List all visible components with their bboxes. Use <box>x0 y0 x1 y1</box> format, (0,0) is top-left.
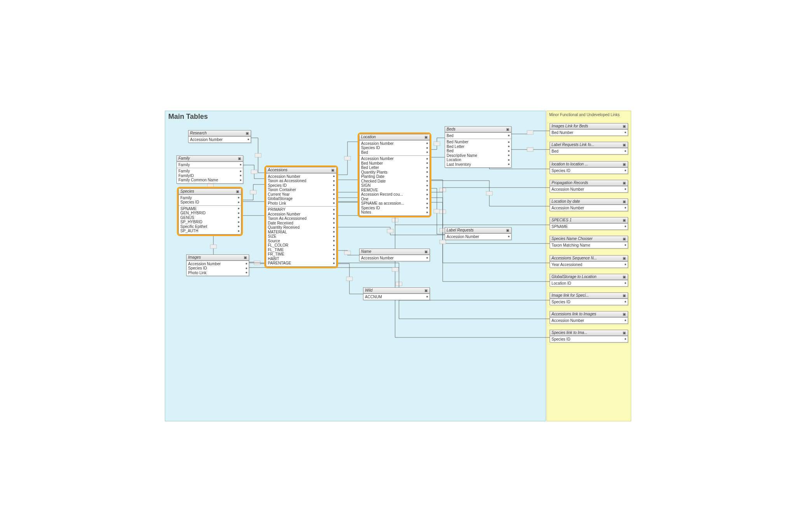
diagram-stage[interactable]: Main Tables Minor Functional and Undevel… <box>165 111 631 421</box>
field-row[interactable]: Descriptive Name <box>445 153 511 158</box>
table-box-species_1[interactable]: SPECIES 1▣SPNAME <box>550 217 628 230</box>
field-row[interactable]: Species ID <box>360 146 429 150</box>
table-box-propagation_records[interactable]: Propagation Records▣Accession Number <box>550 180 628 193</box>
field-row[interactable]: Family Common Name <box>177 178 243 183</box>
collapse-icon[interactable]: ▣ <box>236 190 239 193</box>
field-row[interactable]: Accession Number <box>189 137 251 142</box>
field-row[interactable]: REMOVE <box>360 188 429 193</box>
collapse-icon[interactable]: ▣ <box>623 162 626 166</box>
field-row[interactable]: Quantity Received <box>266 225 336 230</box>
table-box-images[interactable]: Images▣Accession NumberSpecies IDPhoto L… <box>186 254 249 276</box>
table-box-beds[interactable]: Beds▣BedBed NumberBed LetterBedDescripti… <box>445 126 511 168</box>
field-row[interactable]: FL_COLOR <box>266 243 336 248</box>
field-row[interactable]: Current Year <box>266 192 336 197</box>
collapse-icon[interactable]: ▣ <box>623 275 626 279</box>
table-titlebar[interactable]: GlobalStorage to Location▣ <box>550 274 628 280</box>
field-row[interactable]: Bed Letter <box>360 165 429 170</box>
field-row[interactable]: Species ID <box>187 266 249 271</box>
table-titlebar[interactable]: Research▣ <box>189 130 251 136</box>
field-row[interactable]: Bed Letter <box>445 144 511 149</box>
field-row[interactable]: Date Received <box>266 221 336 226</box>
table-box-wild[interactable]: Wild▣ACCNUM <box>363 287 430 300</box>
field-row[interactable]: Species ID <box>266 183 336 188</box>
table-titlebar[interactable]: Location▣ <box>360 134 429 140</box>
field-row[interactable]: Bed <box>445 134 511 138</box>
field-row[interactable]: Species ID <box>550 300 628 304</box>
table-titlebar[interactable]: Species Name Chooser▣ <box>550 236 628 242</box>
collapse-icon[interactable]: ▣ <box>623 331 626 335</box>
table-box-label_requests[interactable]: Label Requests▣Accession Number <box>445 227 511 240</box>
collapse-icon[interactable]: ▣ <box>623 200 626 203</box>
field-row[interactable]: Bed <box>360 150 429 155</box>
field-row[interactable]: Photo Link <box>187 271 249 275</box>
collapse-icon[interactable]: ▣ <box>623 181 626 185</box>
collapse-icon[interactable]: ▣ <box>623 294 626 297</box>
field-row[interactable]: SPNAME as accession... <box>360 201 429 206</box>
field-row[interactable]: Family <box>179 196 241 200</box>
field-row[interactable]: SP_HYBRID <box>179 220 241 224</box>
table-titlebar[interactable]: Images Link for Beds▣ <box>550 123 628 129</box>
table-box-globalstorage_loc[interactable]: GlobalStorage to Location▣Location ID <box>550 274 628 287</box>
field-row[interactable]: GEN_HYBRID <box>179 211 241 216</box>
field-row[interactable]: ACCNUM <box>363 295 429 299</box>
collapse-icon[interactable]: ▣ <box>246 131 249 135</box>
table-titlebar[interactable]: SPECIES 1▣ <box>550 217 628 223</box>
field-row[interactable]: Taxon Container <box>266 188 336 192</box>
field-row[interactable]: Accession Number <box>187 262 249 266</box>
table-box-label_requests_link[interactable]: Label Requests Link fo...▣Bed <box>550 142 628 155</box>
table-box-accessions[interactable]: Accessions▣Accession NumberTaxon as Acce… <box>266 167 337 267</box>
field-row[interactable]: Bed <box>445 149 511 153</box>
field-row[interactable]: Accession Record cou... <box>360 192 429 197</box>
collapse-icon[interactable]: ▣ <box>424 250 428 254</box>
field-row[interactable]: Accession Number <box>550 206 628 210</box>
table-titlebar[interactable]: Family▣ <box>177 156 243 162</box>
field-row[interactable]: Accession Number <box>360 256 429 261</box>
collapse-icon[interactable]: ▣ <box>623 256 626 260</box>
field-row[interactable]: FR_TIME <box>266 252 336 257</box>
field-row[interactable]: Accession Number <box>360 156 429 161</box>
field-row[interactable]: Taxon as Accessioned <box>266 179 336 183</box>
table-titlebar[interactable]: Accessions Sequence N...▣ <box>550 256 628 261</box>
field-row[interactable]: Accession Number <box>550 187 628 192</box>
field-row[interactable]: SIZE <box>266 234 336 239</box>
field-row[interactable]: SP_AUTH <box>179 229 241 233</box>
field-row[interactable]: SIGN <box>360 183 429 188</box>
field-row[interactable]: Taxon Matching Name <box>550 243 628 248</box>
table-box-research[interactable]: Research▣Accession Number <box>188 130 251 143</box>
field-row[interactable]: Quantity Plants <box>360 170 429 175</box>
field-row[interactable]: Bed Number <box>360 161 429 166</box>
field-row[interactable]: Species ID <box>179 200 241 205</box>
field-row[interactable]: Accession Number <box>266 174 336 179</box>
field-row[interactable]: Location <box>445 158 511 162</box>
field-row[interactable]: SPNAME <box>179 207 241 211</box>
collapse-icon[interactable]: ▣ <box>623 312 626 316</box>
table-titlebar[interactable]: Location by date▣ <box>550 199 628 205</box>
field-row[interactable]: Taxon As Accessioned <box>266 216 336 221</box>
field-row[interactable]: Accession Number <box>550 318 628 323</box>
field-row[interactable]: FamilyID <box>177 174 243 178</box>
collapse-icon[interactable]: ▣ <box>238 156 241 160</box>
field-row[interactable]: Family <box>177 169 243 174</box>
table-box-location_by_date[interactable]: Location by date▣Accession Number <box>550 198 628 211</box>
field-row[interactable]: PARENTAGE <box>266 261 336 266</box>
collapse-icon[interactable]: ▣ <box>623 218 626 222</box>
collapse-icon[interactable]: ▣ <box>331 168 335 172</box>
field-row[interactable]: Last Inventory <box>445 162 511 167</box>
table-box-name[interactable]: Name▣Accession Number <box>359 249 430 261</box>
field-row[interactable]: Checked Date <box>360 179 429 184</box>
collapse-icon[interactable]: ▣ <box>623 143 626 147</box>
field-row[interactable]: Bed Number <box>445 140 511 144</box>
field-row[interactable]: FL_TIME <box>266 248 336 252</box>
table-box-accessions_sequence[interactable]: Accessions Sequence N...▣Year Accessione… <box>550 255 628 268</box>
table-titlebar[interactable]: Images▣ <box>187 255 249 261</box>
field-row[interactable]: MATERIAL <box>266 230 336 235</box>
field-row[interactable]: PRIMARY <box>266 207 336 212</box>
table-box-location[interactable]: Location▣Accession NumberSpecies IDBedAc… <box>359 134 430 216</box>
table-titlebar[interactable]: Label Requests▣ <box>445 228 511 233</box>
table-titlebar[interactable]: Label Requests Link fo...▣ <box>550 142 628 148</box>
field-row[interactable]: Family <box>177 163 243 167</box>
collapse-icon[interactable]: ▣ <box>623 124 626 128</box>
table-box-species_to_images[interactable]: Species link to Ima...▣Species ID <box>550 330 628 342</box>
table-titlebar[interactable]: Image link for Speci...▣ <box>550 293 628 299</box>
collapse-icon[interactable]: ▣ <box>506 127 510 131</box>
